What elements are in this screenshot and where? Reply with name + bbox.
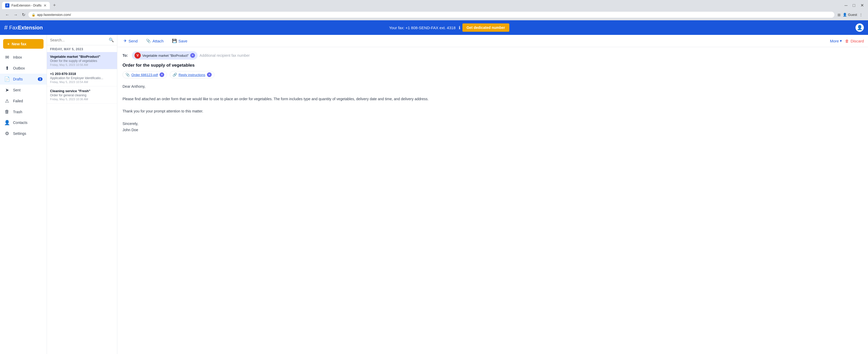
save-label: Save [179,39,187,43]
url-text: app.faxextension.com/ [37,13,71,17]
back-button[interactable]: ← [4,11,10,18]
to-label: To: [123,54,130,58]
search-input[interactable] [50,38,106,42]
remove-attachment-button[interactable]: ✕ [207,72,212,77]
recipient-chip: V Vegetable market "BioProduct" ✕ [132,51,197,60]
chevron-down-icon: ▾ [840,38,842,43]
sidebar-label-settings: Settings [13,132,26,136]
send-icon: ✈ [124,38,127,43]
drafts-icon: 📄 [4,76,10,82]
outbox-icon: ⬆ [4,65,10,71]
sidebar-item-outbox[interactable]: ⬆ Outbox [0,63,46,74]
fax-info-text: Your fax: +1 808-SEND-FAX ext. 4318 [389,26,456,30]
list-panel: 🔍 Friday, May 5, 2023 Vegetable market "… [47,35,117,354]
reload-button[interactable]: ↻ [21,11,26,18]
tab-favicon: # [5,3,9,7]
new-tab-button[interactable]: + [51,2,58,9]
attach-label: Attach [153,39,164,43]
list-item-subtitle: Order for the supply of vegetables [50,59,114,63]
discard-icon: 🗑 [845,39,849,43]
sidebar: + New fax ✉ Inbox ⬆ Outbox 📄 Drafts 3 ➤ … [0,35,47,354]
close-window-button[interactable]: ✕ [858,2,866,8]
contacts-icon: 👤 [4,120,10,126]
menu-button[interactable]: ⋮ [858,12,864,18]
settings-icon: ⚙ [4,131,10,136]
list-item-title: Vegetable market "BioProduct" [50,55,114,59]
attachment-chip: 🔗 Reply instructions ✕ [170,71,215,78]
sidebar-label-failed: Failed [13,99,23,103]
get-dedicated-button[interactable]: Get dedicated number [462,24,509,32]
sidebar-label-trash: Trash [13,110,22,114]
date-divider: Friday, May 5, 2023 [47,45,117,52]
save-button[interactable]: 💾 Save [170,37,189,44]
sidebar-item-sent[interactable]: ➤ Sent [0,84,46,96]
sidebar-label-outbox: Outbox [13,66,25,70]
list-item-title: Cleaning service "Fresh" [50,89,114,93]
compose-area: To: V Vegetable market "BioProduct" ✕ Ad… [117,47,868,137]
save-icon: 💾 [172,38,177,43]
extensions-button[interactable]: ⊞ [836,12,842,18]
recipient-placeholder[interactable]: Additional recipient fax number [200,54,250,58]
attach-button[interactable]: 📎 Attach [144,37,166,44]
inbox-icon: ✉ [4,55,10,60]
profile-label: Guest [848,13,857,17]
maximize-button[interactable]: □ [850,3,857,8]
plus-icon: + [7,42,10,46]
header-fax-info: Your fax: +1 808-SEND-FAX ext. 4318 ℹ Ge… [43,24,856,32]
attachment-chip: 📎 Order 686123.pdf ✕ [123,71,167,78]
app-header: # FaxExtension Your fax: +1 808-SEND-FAX… [0,20,868,35]
subject-row: Order for the supply of vegetables [123,63,863,68]
attachments-row: 📎 Order 686123.pdf ✕ 🔗 Reply instruction… [123,71,863,78]
forward-button[interactable]: → [12,11,19,18]
recipient-avatar: V [134,52,141,59]
address-bar[interactable]: 🔒 app.faxextension.com/ [28,12,834,18]
send-button[interactable]: ✈ Send [121,37,140,44]
message-body: Dear Anthony, Please find attached an or… [123,83,863,133]
trash-icon: 🗑 [4,109,10,114]
list-item[interactable]: +1 203-870-3318 Application for Employer… [47,69,117,86]
search-icon: 🔍 [109,37,114,42]
minimize-button[interactable]: ─ [842,3,849,8]
profile-icon: 👤 [843,13,847,17]
send-label: Send [128,39,137,43]
sidebar-item-drafts[interactable]: 📄 Drafts 3 [0,74,46,84]
profile-button[interactable]: 👤 Guest [843,13,857,17]
logo-fax: Fax [9,25,18,31]
sidebar-item-contacts[interactable]: 👤 Contacts [0,117,46,128]
browser-tab[interactable]: # FaxExtension - Drafts ✕ [2,2,50,9]
link-icon: 🔗 [173,73,177,77]
drafts-badge: 3 [38,77,42,81]
failed-icon: ⚠ [4,98,10,104]
remove-recipient-button[interactable]: ✕ [190,53,195,58]
paperclip-icon: 📎 [125,73,130,77]
sidebar-label-drafts: Drafts [13,77,23,81]
logo-extension: Extension [18,25,43,31]
sidebar-item-inbox[interactable]: ✉ Inbox [0,52,46,63]
attachment-link[interactable]: Reply instructions [179,73,206,77]
new-fax-button[interactable]: + New fax [3,39,43,49]
tab-title: FaxExtension - Drafts [11,4,41,7]
list-item-time: Friday, May 5, 2023 10:54 AM [50,80,114,83]
logo-text: FaxExtension [9,25,43,31]
more-button[interactable]: More ▾ [830,38,842,43]
sidebar-label-contacts: Contacts [13,120,27,125]
sidebar-item-settings[interactable]: ⚙ Settings [0,128,46,139]
info-button[interactable]: ℹ [459,25,460,30]
sidebar-item-failed[interactable]: ⚠ Failed [0,96,46,106]
discard-button[interactable]: 🗑 Discard [845,39,864,43]
subject-text: Order for the supply of vegetables [123,63,195,68]
list-item-title: +1 203-870-3318 [50,72,114,76]
user-avatar[interactable]: 👤 [856,24,864,32]
logo-hash: # [4,24,7,31]
recipient-name: Vegetable market "BioProduct" [142,54,189,58]
sent-icon: ➤ [4,87,10,93]
list-item[interactable]: Vegetable market "BioProduct" Order for … [47,52,117,69]
attachment-link[interactable]: Order 686123.pdf [131,73,158,77]
list-item[interactable]: Cleaning service "Fresh" Order for gener… [47,86,117,104]
list-item-subtitle: Application for Employer Identificatio..… [50,76,114,80]
close-tab-button[interactable]: ✕ [43,3,46,7]
remove-attachment-button[interactable]: ✕ [159,72,164,77]
list-item-subtitle: Order for general cleaning [50,94,114,97]
search-bar: 🔍 [47,35,117,45]
sidebar-item-trash[interactable]: 🗑 Trash [0,106,46,117]
